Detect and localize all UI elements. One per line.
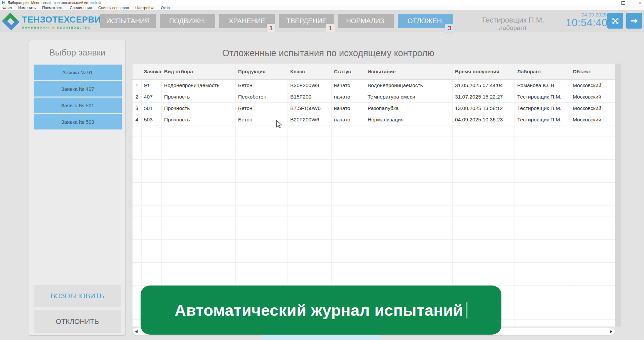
table-cell-empty xyxy=(453,183,515,194)
table-cell-empty xyxy=(288,240,332,251)
maximize-icon[interactable] xyxy=(621,1,626,5)
table-cell: 91 xyxy=(142,80,162,91)
table-cell: 407 xyxy=(142,91,162,102)
window-controls: × xyxy=(604,0,642,5)
request-button[interactable]: Заявка № 501 xyxy=(34,98,122,113)
tab-испытания[interactable]: ИСПЫТАНИЯ xyxy=(100,14,156,28)
request-button[interactable]: Заявка № 407 xyxy=(34,81,122,97)
table-cell-empty xyxy=(570,297,615,308)
column-header[interactable]: Статус xyxy=(332,64,365,79)
decline-button[interactable]: ОТКЛОНИТЬ xyxy=(34,310,121,333)
table-cell-empty xyxy=(162,125,236,137)
table-cell-empty xyxy=(236,194,288,205)
menu-item-файл[interactable]: Файл xyxy=(2,6,12,10)
table-cell-empty xyxy=(288,125,332,137)
resume-button[interactable]: ВОЗОБНОВИТЬ xyxy=(34,285,121,307)
close-icon[interactable]: × xyxy=(638,1,642,5)
table-cell-empty xyxy=(332,217,365,228)
menu-item-настройка[interactable]: Настройка xyxy=(136,6,155,10)
table-cell-empty xyxy=(515,308,570,319)
minimize-icon[interactable] xyxy=(604,1,609,5)
table-cell-empty xyxy=(236,263,288,274)
tab-label: ТВЕРДЕНИЕ xyxy=(287,17,327,25)
table-cell-empty xyxy=(332,205,365,217)
menu-item-окно[interactable]: Окно xyxy=(161,6,170,10)
tab-badge: 3 xyxy=(445,24,454,33)
request-panel-title: Выбор заявки xyxy=(29,47,125,58)
exit-button[interactable] xyxy=(626,13,642,29)
column-header[interactable]: Продукция xyxy=(236,64,288,79)
scroll-left-icon[interactable] xyxy=(135,330,138,333)
table-row[interactable]: 3501ПрочностьБетонB7.5F150W6начатоРазопа… xyxy=(132,103,615,114)
app-window: Н Лаборатория. Московский - пользователь… xyxy=(0,0,644,340)
table-cell: B30F200W8 xyxy=(288,80,332,91)
table-cell-empty xyxy=(515,263,570,274)
row-number: 4 xyxy=(132,114,142,125)
table-row-empty xyxy=(132,194,615,205)
table-row[interactable]: 4503ПрочностьБетонB20F200W6начатоНормали… xyxy=(132,114,615,125)
scroll-right-icon[interactable] xyxy=(610,330,612,333)
table-cell-empty xyxy=(365,274,453,285)
table-cell-empty xyxy=(132,194,142,205)
column-header[interactable]: Заявка xyxy=(142,64,162,79)
table-cell: Прочность xyxy=(162,114,236,125)
table-cell-empty xyxy=(236,217,288,228)
tab-подвижн[interactable]: ПОДВИЖН. xyxy=(160,14,215,28)
table-row-empty xyxy=(132,183,615,194)
table-cell: Московский xyxy=(570,91,615,102)
table-cell-empty xyxy=(570,263,615,274)
table-cell: Романова Ю. В. xyxy=(515,80,570,91)
table-cell-empty xyxy=(453,263,515,274)
table-cell-empty xyxy=(132,137,142,148)
column-header[interactable]: Вид отбора xyxy=(162,64,236,79)
column-header-rownum xyxy=(132,64,142,79)
column-header[interactable]: Время получения xyxy=(453,64,515,79)
table-row[interactable]: 2407ПрочностьПескобетонB15F200начатоТемп… xyxy=(132,91,615,103)
column-header[interactable]: Объект xyxy=(570,64,615,79)
menu-item-список-серверов[interactable]: Список серверов xyxy=(98,6,129,10)
table-cell-empty xyxy=(132,251,142,262)
table-cell-empty xyxy=(453,148,515,159)
menu-item-соединения[interactable]: Соединения xyxy=(70,6,92,10)
tab-отложен[interactable]: ОТЛОЖЕН.3 xyxy=(398,14,453,28)
fullscreen-button[interactable] xyxy=(607,13,623,29)
table-row[interactable]: 191ВодонепроницаемостьБетонB30F200W8нача… xyxy=(132,80,615,91)
column-header[interactable]: Класс xyxy=(288,64,332,79)
table-cell-empty xyxy=(162,137,236,148)
table-cell-empty xyxy=(570,137,615,148)
tab-хранение[interactable]: ХРАНЕНИЕ1 xyxy=(219,14,275,28)
logo: ТЕНЗОТЕХСЕРВИС инжиниринг и производство xyxy=(22,15,107,29)
tab-нормализ[interactable]: НОРМАЛИЗ. xyxy=(338,14,394,28)
menubar: ФайлИзменитьПосмотретьСоединенияСписок с… xyxy=(0,5,644,10)
table-cell-empty xyxy=(365,263,453,274)
table-cell-empty xyxy=(236,148,288,159)
request-button[interactable]: Заявка № 503 xyxy=(34,114,122,129)
table-cell-empty xyxy=(515,320,570,327)
table-row-empty xyxy=(132,125,615,137)
table-cell: Разопалубка xyxy=(365,103,453,114)
table-cell-empty xyxy=(162,240,236,251)
tab-badge: 1 xyxy=(267,24,275,33)
table-row-empty xyxy=(132,171,615,183)
logo-subtitle: инжиниринг и производство xyxy=(22,25,107,29)
table-cell-empty xyxy=(142,205,162,217)
table-cell-empty xyxy=(570,228,615,239)
column-header[interactable]: Лаборант xyxy=(515,64,570,79)
request-button[interactable]: Заявка № 91 xyxy=(34,65,122,80)
request-panel: Выбор заявки Заявка № 91Заявка № 407Заяв… xyxy=(29,40,126,336)
table-cell-empty xyxy=(288,160,332,171)
table-cell-empty xyxy=(142,160,162,171)
nav-tabs: ИСПЫТАНИЯПОДВИЖН.ХРАНЕНИЕ1ТВЕРДЕНИЕ1НОРМ… xyxy=(100,14,453,28)
tab-твердение[interactable]: ТВЕРДЕНИЕ1 xyxy=(279,14,334,28)
table-cell-empty xyxy=(570,251,615,262)
column-header[interactable]: Испытание xyxy=(365,64,453,79)
table-row-empty xyxy=(132,274,615,286)
table-cell-empty xyxy=(132,240,142,251)
table-cell-empty xyxy=(288,228,332,239)
vertical-scrollbar[interactable] xyxy=(615,64,621,327)
menu-item-посмотреть[interactable]: Посмотреть xyxy=(42,6,63,10)
table-cell-empty xyxy=(570,217,615,228)
menu-item-изменить[interactable]: Изменить xyxy=(18,6,36,10)
table-cell-empty xyxy=(142,228,162,239)
table-cell: начато xyxy=(332,91,365,102)
